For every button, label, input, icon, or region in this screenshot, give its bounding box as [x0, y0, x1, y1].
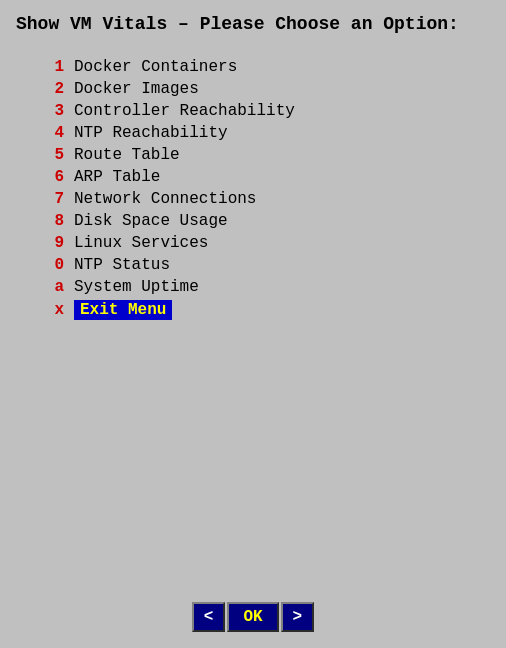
list-item[interactable]: 3Controller Reachability — [36, 101, 490, 121]
menu-item-key: 0 — [36, 256, 64, 274]
bottom-bar: < OK > — [0, 602, 506, 632]
list-item[interactable]: 5Route Table — [36, 145, 490, 165]
menu-item-key: 4 — [36, 124, 64, 142]
list-item[interactable]: 8Disk Space Usage — [36, 211, 490, 231]
menu-item-label: Route Table — [74, 146, 180, 164]
menu-item-key: 3 — [36, 102, 64, 120]
menu-item-key: 6 — [36, 168, 64, 186]
exit-key: x — [36, 301, 64, 319]
list-item[interactable]: 2Docker Images — [36, 79, 490, 99]
ok-button[interactable]: OK — [227, 602, 278, 632]
menu-item-label: NTP Status — [74, 256, 170, 274]
exit-label: Exit Menu — [74, 300, 172, 320]
exit-menu-item[interactable]: xExit Menu — [36, 299, 490, 321]
menu-item-label: Network Connections — [74, 190, 256, 208]
main-container: Show VM Vitals – Please Choose an Option… — [0, 0, 506, 648]
list-item[interactable]: 6ARP Table — [36, 167, 490, 187]
menu-item-key: 9 — [36, 234, 64, 252]
menu-item-key: 1 — [36, 58, 64, 76]
list-item[interactable]: 9Linux Services — [36, 233, 490, 253]
menu-item-label: System Uptime — [74, 278, 199, 296]
menu-item-key: a — [36, 278, 64, 296]
list-item[interactable]: aSystem Uptime — [36, 277, 490, 297]
next-button[interactable]: > — [281, 602, 315, 632]
list-item[interactable]: 1Docker Containers — [36, 57, 490, 77]
menu-item-label: NTP Reachability — [74, 124, 228, 142]
menu-item-label: Disk Space Usage — [74, 212, 228, 230]
menu-item-label: Docker Containers — [74, 58, 237, 76]
menu-list: 1Docker Containers2Docker Images3Control… — [36, 57, 490, 323]
page-title: Show VM Vitals – Please Choose an Option… — [16, 12, 490, 37]
menu-item-label: Controller Reachability — [74, 102, 295, 120]
list-item[interactable]: 4NTP Reachability — [36, 123, 490, 143]
list-item[interactable]: 7Network Connections — [36, 189, 490, 209]
menu-item-key: 5 — [36, 146, 64, 164]
menu-item-key: 2 — [36, 80, 64, 98]
menu-item-label: Docker Images — [74, 80, 199, 98]
menu-item-label: Linux Services — [74, 234, 208, 252]
menu-item-key: 8 — [36, 212, 64, 230]
menu-item-label: ARP Table — [74, 168, 160, 186]
list-item[interactable]: 0NTP Status — [36, 255, 490, 275]
menu-item-key: 7 — [36, 190, 64, 208]
prev-button[interactable]: < — [192, 602, 226, 632]
